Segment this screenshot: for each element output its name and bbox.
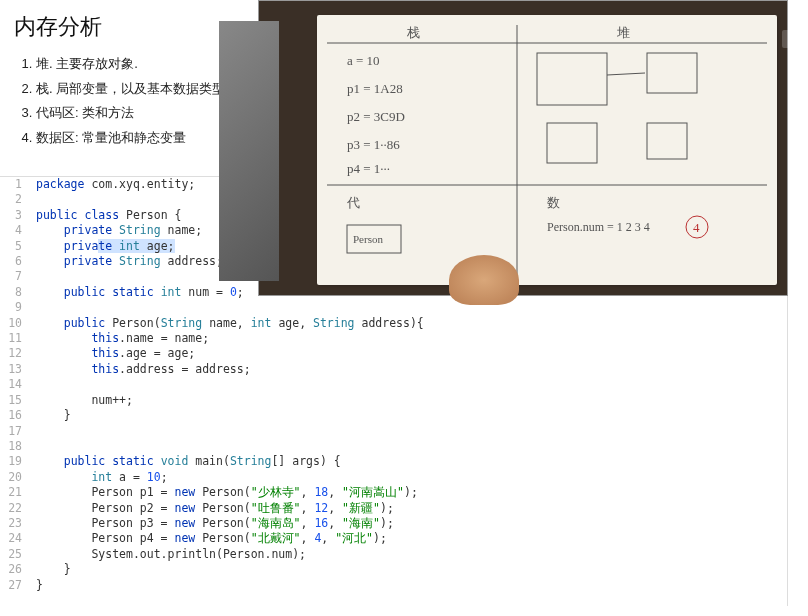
line-number: 24 — [0, 531, 30, 546]
hand-image — [449, 255, 519, 305]
line-number: 25 — [0, 547, 30, 562]
svg-rect-6 — [647, 123, 687, 159]
hw-data-label: 数 — [547, 195, 560, 210]
hw-stack-label: 栈 — [406, 25, 420, 40]
code-line[interactable]: 15 num++; — [0, 393, 787, 408]
code-line[interactable]: 25 System.out.println(Person.num); — [0, 547, 787, 562]
code-source[interactable]: } — [30, 408, 71, 423]
code-line[interactable]: 17 — [0, 424, 787, 439]
line-number: 9 — [0, 300, 30, 315]
code-source[interactable] — [30, 269, 36, 284]
line-number: 22 — [0, 501, 30, 516]
code-source[interactable]: } — [30, 562, 71, 577]
line-number: 21 — [0, 485, 30, 500]
code-source[interactable]: package com.xyq.entity; — [30, 177, 195, 192]
hw-row: a = 10 — [347, 53, 380, 68]
code-source[interactable] — [30, 192, 36, 207]
line-number: 27 — [0, 578, 30, 593]
code-line[interactable]: 23 Person p3 = new Person("海南岛", 16, "海南… — [0, 516, 787, 531]
line-number: 10 — [0, 316, 30, 331]
code-line[interactable]: 19 public static void main(String[] args… — [0, 454, 787, 469]
hw-row: p2 = 3C9D — [347, 109, 405, 124]
code-source[interactable]: num++; — [30, 393, 133, 408]
code-line[interactable]: 10 public Person(String name, int age, S… — [0, 316, 787, 331]
line-number: 12 — [0, 346, 30, 361]
hw-row: p1 = 1A28 — [347, 81, 403, 96]
video-overlay[interactable]: 栈 堆 a = 10 p1 = 1A28 p2 = 3C9D p3 = 1··8… — [258, 0, 788, 296]
line-number: 8 — [0, 285, 30, 300]
svg-rect-5 — [547, 123, 597, 163]
line-number: 20 — [0, 470, 30, 485]
code-line[interactable]: 9 — [0, 300, 787, 315]
code-line[interactable]: 12 this.age = age; — [0, 346, 787, 361]
code-source[interactable]: private String address; — [30, 254, 223, 269]
line-number: 15 — [0, 393, 30, 408]
help-icon[interactable]: ? — [782, 30, 800, 48]
code-source[interactable]: private String name; — [30, 223, 202, 238]
code-source[interactable]: Person p2 = new Person("吐鲁番", 12, "新疆"); — [30, 501, 394, 516]
line-number: 19 — [0, 454, 30, 469]
handwritten-diagram: 栈 堆 a = 10 p1 = 1A28 p2 = 3C9D p3 = 1··8… — [317, 15, 777, 285]
line-number: 16 — [0, 408, 30, 423]
code-source[interactable]: this.name = name; — [30, 331, 209, 346]
code-source[interactable] — [30, 377, 36, 392]
line-number: 11 — [0, 331, 30, 346]
hw-row: p4 = 1··· — [347, 161, 390, 176]
code-line[interactable]: 14 — [0, 377, 787, 392]
code-line[interactable]: 22 Person p2 = new Person("吐鲁番", 12, "新疆… — [0, 501, 787, 516]
code-line[interactable]: 11 this.name = name; — [0, 331, 787, 346]
hw-heap-label: 堆 — [616, 25, 630, 40]
code-source[interactable]: public Person(String name, int age, Stri… — [30, 316, 424, 331]
code-source[interactable]: private int age; — [30, 239, 175, 254]
line-number: 6 — [0, 254, 30, 269]
hw-row: p3 = 1··86 — [347, 137, 400, 152]
line-number: 17 — [0, 424, 30, 439]
svg-rect-4 — [647, 53, 697, 93]
code-line[interactable]: 27} — [0, 578, 787, 593]
code-source[interactable]: Person p1 = new Person("少林寺", 18, "河南嵩山"… — [30, 485, 418, 500]
code-source[interactable] — [30, 424, 36, 439]
line-number: 23 — [0, 516, 30, 531]
code-source[interactable]: int a = 10; — [30, 470, 168, 485]
code-source[interactable] — [30, 300, 36, 315]
line-number: 26 — [0, 562, 30, 577]
code-source[interactable]: } — [30, 578, 43, 593]
hw-code-label: 代 — [346, 195, 360, 210]
svg-rect-3 — [537, 53, 607, 105]
code-line[interactable]: 20 int a = 10; — [0, 470, 787, 485]
line-number: 13 — [0, 362, 30, 377]
code-line[interactable]: 13 this.address = address; — [0, 362, 787, 377]
hw-person-box: Person — [353, 233, 383, 245]
line-number: 14 — [0, 377, 30, 392]
code-source[interactable]: Person p4 = new Person("北戴河", 4, "河北"); — [30, 531, 387, 546]
code-source[interactable]: public static void main(String[] args) { — [30, 454, 341, 469]
code-line[interactable]: 16 } — [0, 408, 787, 423]
code-source[interactable]: this.address = address; — [30, 362, 251, 377]
line-number: 4 — [0, 223, 30, 238]
code-source[interactable]: public class Person { — [30, 208, 181, 223]
code-source[interactable]: this.age = age; — [30, 346, 195, 361]
line-number: 7 — [0, 269, 30, 284]
code-line[interactable]: 21 Person p1 = new Person("少林寺", 18, "河南… — [0, 485, 787, 500]
svg-line-7 — [607, 73, 645, 75]
code-line[interactable]: 24 Person p4 = new Person("北戴河", 4, "河北"… — [0, 531, 787, 546]
code-line[interactable]: 18 — [0, 439, 787, 454]
line-number: 5 — [0, 239, 30, 254]
code-line[interactable]: 26 } — [0, 562, 787, 577]
code-source[interactable]: public static int num = 0; — [30, 285, 244, 300]
line-number: 3 — [0, 208, 30, 223]
line-number: 18 — [0, 439, 30, 454]
code-source[interactable] — [30, 439, 36, 454]
code-source[interactable]: System.out.println(Person.num); — [30, 547, 306, 562]
code-source[interactable]: Person p3 = new Person("海南岛", 16, "海南"); — [30, 516, 394, 531]
line-number: 2 — [0, 192, 30, 207]
svg-text:4: 4 — [693, 220, 700, 235]
hw-static-text: Person.num = 1 2 3 4 — [547, 220, 650, 234]
line-number: 1 — [0, 177, 30, 192]
